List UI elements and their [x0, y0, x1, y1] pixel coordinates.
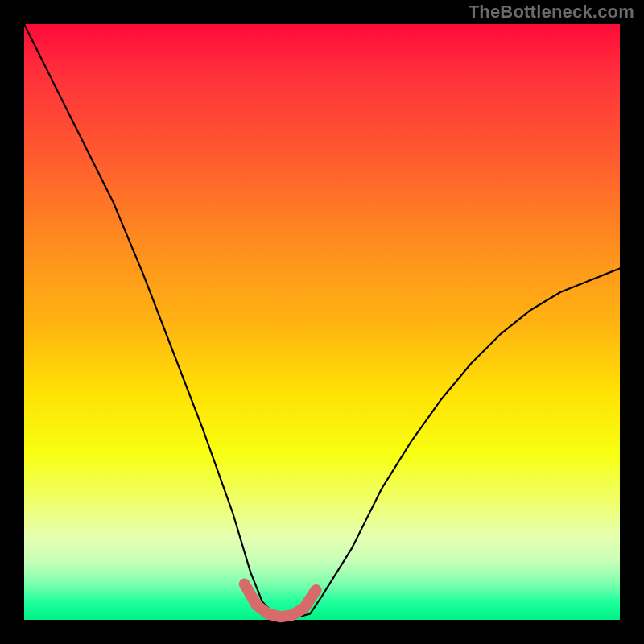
plot-area — [24, 24, 620, 620]
chart-svg — [24, 24, 620, 620]
bottleneck-curve-path — [24, 24, 620, 617]
watermark-text: TheBottleneck.com — [469, 3, 634, 21]
optimal-band-path — [245, 584, 316, 617]
chart-frame: TheBottleneck.com — [0, 0, 644, 644]
